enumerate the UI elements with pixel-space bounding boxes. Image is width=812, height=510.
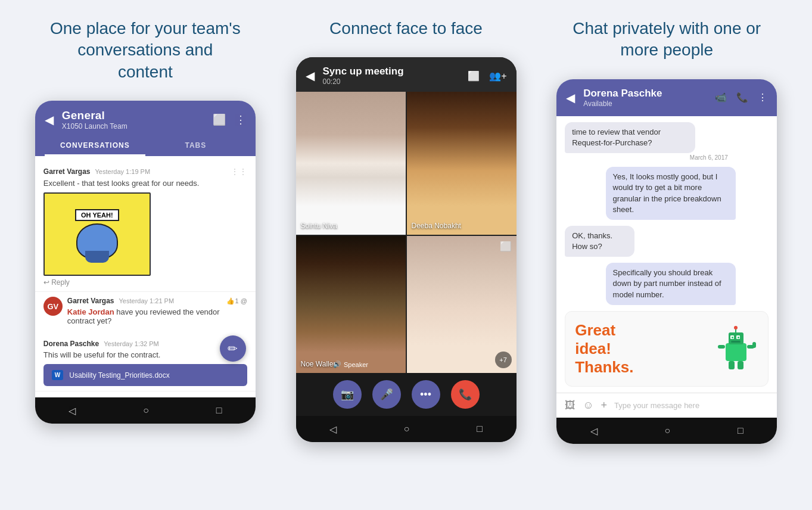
chat-icon-1[interactable]: ⬜ bbox=[213, 113, 226, 126]
more-btn[interactable]: ••• bbox=[412, 380, 440, 409]
time-2: Yesterday 1:21 PM bbox=[119, 297, 175, 304]
sender-1: Garret Vargas bbox=[43, 167, 91, 176]
msg-bubble-received-1: time to review that vendor Request-for-P… bbox=[565, 122, 695, 153]
file-attachment-1[interactable]: W Usability Testing_Priorities.docx bbox=[43, 364, 247, 386]
msg-bubble-sent-2: Specifically you should break down by pa… bbox=[606, 263, 736, 305]
call-timer: 00:20 bbox=[323, 77, 468, 86]
compose-fab[interactable]: ✏ bbox=[220, 335, 246, 362]
nav-back-3[interactable]: ◁ bbox=[590, 425, 598, 437]
meme-body bbox=[85, 251, 109, 263]
msg-bubble-sent-1: Yes, It looks mostly good, but I would t… bbox=[606, 167, 736, 220]
msg-received-2: OK, thanks. How so? bbox=[565, 226, 652, 257]
video-cell-3: Noe Wallen 🔊 Speaker bbox=[296, 236, 406, 373]
speaker-text: Speaker bbox=[344, 361, 368, 368]
header-sub-title-1: X1050 Launch Team bbox=[62, 122, 213, 130]
back-arrow-3[interactable]: ◀ bbox=[566, 91, 575, 105]
image-icon[interactable]: 🖼 bbox=[565, 399, 575, 412]
header-title-block-1: General X1050 Launch Team bbox=[62, 109, 213, 130]
avatar-garret: GV bbox=[43, 297, 63, 316]
video-cell-4: ⬜ +7 bbox=[407, 236, 517, 373]
msg-text-2: Katie Jordan have you reviewed the vendo… bbox=[67, 307, 247, 325]
sticker-text: Greatidea!Thanks. bbox=[575, 321, 633, 377]
video-cell-1: Sointu Niva bbox=[296, 92, 406, 235]
phone1-tabs: CONVERSATIONS TABS bbox=[45, 136, 246, 156]
nav-home-1[interactable]: ○ bbox=[143, 405, 149, 416]
nav-square-3[interactable]: □ bbox=[738, 425, 743, 436]
camera-btn[interactable]: 📷 bbox=[333, 380, 362, 409]
phone3-input-bar: 🖼 ☺ + Type your message here bbox=[556, 393, 777, 418]
phone-nav-bar-1: ◁ ○ □ bbox=[35, 397, 256, 424]
meme-text-1: OH YEAH! bbox=[75, 209, 119, 221]
msg-received-1: time to review that vendor Request-for-P… bbox=[565, 122, 728, 161]
chat-icon-2[interactable]: ⬜ bbox=[468, 70, 480, 82]
nav-home-2[interactable]: ○ bbox=[404, 424, 410, 434]
robot-icon bbox=[717, 325, 758, 373]
svg-rect-0 bbox=[726, 343, 746, 361]
sender-3: Dorena Paschke bbox=[43, 340, 99, 348]
add-participant-icon[interactable]: 👥+ bbox=[489, 70, 506, 82]
nav-back-1[interactable]: ◁ bbox=[69, 405, 76, 416]
meme-image-1: OH YEAH! bbox=[43, 192, 151, 276]
msg-bubble-received-2: OK, thanks. How so? bbox=[565, 226, 634, 257]
emoji-icon[interactable]: ☺ bbox=[583, 399, 593, 412]
call-title: Sync up meeting bbox=[323, 66, 468, 77]
video-grid: Sointu Niva Deeba Nobakht Noe Wallen 🔊 S… bbox=[296, 92, 517, 373]
mic-btn[interactable]: 🎤 bbox=[372, 380, 401, 409]
nav-home-3[interactable]: ○ bbox=[664, 425, 670, 436]
call-header-icons: ⬜ 👥+ bbox=[468, 70, 506, 82]
plus-count: +7 bbox=[495, 352, 512, 368]
video-call-icon[interactable]: 📹 bbox=[715, 92, 727, 103]
call-info: Sync up meeting 00:20 bbox=[323, 66, 468, 86]
more-icon-1[interactable]: ⋮ bbox=[235, 113, 246, 126]
tab-tabs[interactable]: TABS bbox=[145, 136, 246, 156]
msg-text-3: This will be useful for the contract. bbox=[43, 350, 247, 359]
video-name-1: Sointu Niva bbox=[301, 222, 337, 230]
feature-column-3: Chat privately with one or more people ◀… bbox=[545, 18, 788, 444]
msg-sent-1: Yes, It looks mostly good, but I would t… bbox=[606, 167, 769, 220]
meme-figure bbox=[76, 223, 118, 259]
tab-conversations[interactable]: CONVERSATIONS bbox=[45, 136, 145, 156]
more-icon-3[interactable]: ⋮ bbox=[758, 92, 767, 103]
msg-options-1[interactable]: ⋮⋮ bbox=[231, 167, 247, 176]
speaker-icon: 🔊 bbox=[333, 360, 341, 368]
phone1-body-wrapper: Garret Vargas Yesterday 1:19 PM ⋮⋮ Excel… bbox=[35, 156, 256, 397]
msg-text-1: Excellent - that test looks great for ou… bbox=[43, 179, 247, 188]
message-group-1: Garret Vargas Yesterday 1:19 PM ⋮⋮ Excel… bbox=[35, 162, 256, 292]
feature-title-1: One place for your team's conversations … bbox=[50, 18, 241, 83]
speaker-label: 🔊 Speaker bbox=[333, 360, 368, 368]
screen-share-icon[interactable]: ⬜ bbox=[500, 241, 512, 252]
svg-rect-7 bbox=[738, 337, 739, 338]
sender-2: Garret Vargas bbox=[67, 297, 114, 305]
reply-link-1[interactable]: ↩ Reply bbox=[43, 278, 247, 287]
nav-square-2[interactable]: □ bbox=[477, 424, 483, 434]
end-call-btn[interactable]: 📞 bbox=[451, 380, 480, 409]
svg-rect-12 bbox=[738, 361, 743, 369]
back-arrow-1[interactable]: ◀ bbox=[45, 113, 54, 127]
sticker-area: Greatidea!Thanks. bbox=[565, 311, 769, 387]
video-controls: 📷 🎤 ••• 📞 bbox=[296, 373, 517, 416]
contact-status: Available bbox=[583, 99, 715, 108]
message-input[interactable]: Type your message here bbox=[614, 401, 769, 410]
back-arrow-2[interactable]: ◀ bbox=[306, 69, 315, 83]
header-icons-1: ⬜ ⋮ bbox=[213, 113, 246, 126]
word-icon: W bbox=[52, 370, 63, 380]
phone2-header: ◀ Sync up meeting 00:20 ⬜ 👥+ bbox=[296, 57, 517, 92]
video-name-3: Noe Wallen bbox=[301, 360, 338, 368]
file-name: Usability Testing_Priorities.docx bbox=[69, 371, 170, 380]
voice-call-icon[interactable]: 📞 bbox=[736, 92, 748, 103]
nav-square-1[interactable]: □ bbox=[216, 405, 222, 416]
phone-nav-bar-2: ◁ ○ □ bbox=[296, 416, 517, 442]
add-icon[interactable]: + bbox=[601, 399, 608, 412]
phone2-header-top: ◀ Sync up meeting 00:20 ⬜ 👥+ bbox=[306, 66, 507, 86]
msg-header-3: Dorena Paschke Yesterday 1:32 PM bbox=[43, 340, 247, 348]
time-1: Yesterday 1:19 PM bbox=[95, 168, 151, 175]
phone-mockup-3: ◀ Dorena Paschke Available 📹 📞 ⋮ ti bbox=[556, 79, 777, 444]
contact-header-icons: 📹 📞 ⋮ bbox=[715, 92, 767, 103]
phone1-header: ◀ General X1050 Launch Team ⬜ ⋮ CONVERSA… bbox=[35, 101, 256, 156]
phone-mockup-1: ◀ General X1050 Launch Team ⬜ ⋮ CONVERSA… bbox=[35, 101, 256, 424]
nav-back-2[interactable]: ◁ bbox=[329, 424, 337, 435]
reactions-2[interactable]: 👍1 @ bbox=[226, 297, 247, 305]
phone3-header: ◀ Dorena Paschke Available 📹 📞 ⋮ bbox=[556, 79, 777, 116]
video-cell-2: Deeba Nobakht bbox=[407, 92, 517, 235]
message-group-2: GV Garret Vargas Yesterday 1:21 PM 👍1 @ … bbox=[35, 292, 256, 335]
